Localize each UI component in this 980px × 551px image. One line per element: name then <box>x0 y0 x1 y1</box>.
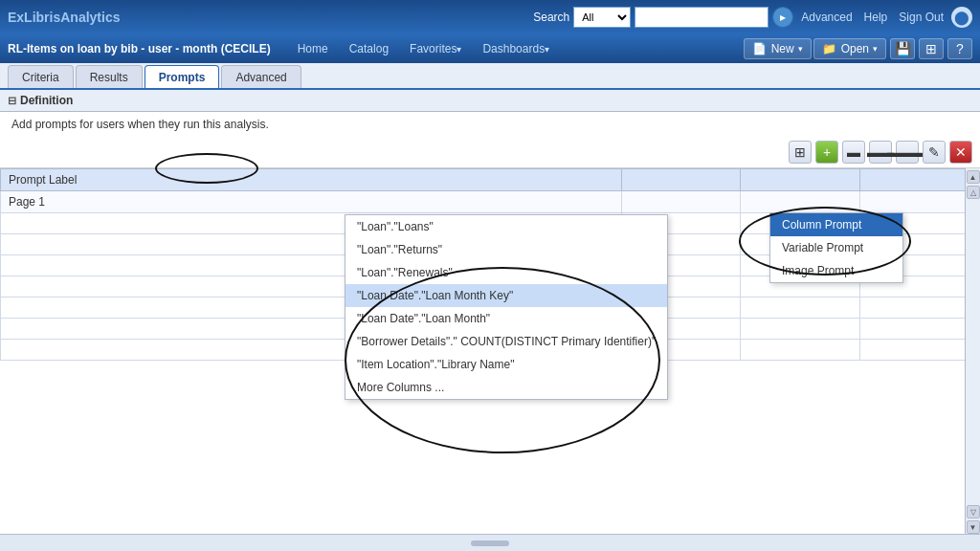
column-prompt-context-menu: Column PromptVariable PromptImage Prompt <box>769 212 903 283</box>
content-area: ⊟ Definition Add prompts for users when … <box>0 90 980 551</box>
search-go-button[interactable] <box>772 7 793 28</box>
scroll-up-small[interactable]: △ <box>967 186 980 199</box>
search-label: Search <box>533 11 569 24</box>
add-button[interactable]: + <box>815 141 838 164</box>
col-empty-header2 <box>741 169 860 191</box>
col-empty-header <box>621 169 741 191</box>
definition-toggle[interactable]: ⊟ <box>8 95 16 107</box>
secondary-nav-bar: RL-Items on loan by bib - user - month (… <box>0 34 980 63</box>
scroll-down-arrow[interactable]: ▼ <box>967 520 980 534</box>
tab-results[interactable]: Results <box>76 65 143 88</box>
help-link[interactable]: Help <box>860 11 892 24</box>
empty-cell2 <box>741 191 860 213</box>
definition-desc-text: Add prompts for users when they run this… <box>11 118 269 131</box>
dropdown-item[interactable]: "Item Location"."Library Name" <box>345 353 667 376</box>
new-arrow-icon: ▾ <box>798 44 803 54</box>
tab-criteria[interactable]: Criteria <box>8 65 74 88</box>
open-label: Open <box>841 42 869 55</box>
resize-handle[interactable] <box>471 540 509 546</box>
logo-exlibris: ExLibris <box>8 10 60 25</box>
top-nav-bar: ExLibrisAnalytics Search All Advanced He… <box>0 0 980 34</box>
scroll-up-arrow[interactable]: ▲ <box>967 170 980 184</box>
col-empty-header3 <box>860 169 980 191</box>
tab-advanced[interactable]: Advanced <box>221 65 301 88</box>
nav-dashboards[interactable]: Dashboards <box>473 35 559 62</box>
col-prompt-menu-item[interactable]: Column Prompt <box>770 213 902 236</box>
nav-home[interactable]: Home <box>288 35 338 62</box>
edit-button[interactable]: ✎ <box>923 141 946 164</box>
tabs-bar: Criteria Results Prompts Advanced <box>0 63 980 90</box>
dropdown-item[interactable]: More Columns ... <box>345 376 667 399</box>
nav-catalog[interactable]: Catalog <box>340 35 398 62</box>
empty-cell3 <box>860 191 980 213</box>
tab-advanced-label: Advanced <box>235 71 286 84</box>
tab-criteria-label: Criteria <box>22 71 59 84</box>
definition-title: Definition <box>20 94 73 107</box>
logo-analytics: Analytics <box>60 10 120 25</box>
dropdown-item[interactable]: "Loan"."Renewals" <box>345 261 667 284</box>
tab-prompts[interactable]: Prompts <box>145 65 220 88</box>
search-area: Search All Advanced Help Sign Out ⬤ <box>533 7 972 28</box>
tab-results-label: Results <box>90 71 128 84</box>
logo-text: ExLibrisAnalytics <box>8 10 121 25</box>
col-prompt-label-header: Prompt Label <box>1 169 622 191</box>
grid-icon-button[interactable]: ⊞ <box>919 38 944 59</box>
search-input[interactable] <box>635 7 768 28</box>
signout-link[interactable]: Sign Out <box>895 11 947 24</box>
dropdown-item[interactable]: "Loan Date"."Loan Month Key" <box>345 284 667 307</box>
search-scope-select[interactable]: All <box>573 7 631 28</box>
folder-icon: 📁 <box>822 41 837 56</box>
col-prompt-menu-item[interactable]: Variable Prompt <box>770 236 902 259</box>
open-arrow-icon: ▾ <box>873 44 878 54</box>
col-prompt-menu-item[interactable]: Image Prompt <box>770 259 902 282</box>
new-label: New <box>771 42 794 55</box>
vertical-scrollbar[interactable]: ▲ △ ▽ ▼ <box>965 168 980 534</box>
user-avatar: ⬤ <box>951 7 972 28</box>
open-button[interactable]: 📁 Open ▾ <box>813 38 886 59</box>
definition-header: ⊟ Definition <box>0 90 980 112</box>
scroll-down-small[interactable]: ▽ <box>967 505 980 518</box>
page-cell: Page 1 <box>1 191 622 213</box>
definition-description: Add prompts for users when they run this… <box>0 112 980 137</box>
new-button[interactable]: 📄 New ▾ <box>744 38 812 59</box>
dropdown-item[interactable]: "Borrower Details"." COUNT(DISTINCT Prim… <box>345 330 667 353</box>
table-row: Page 1 <box>1 191 980 213</box>
move-button[interactable]: ⊞ <box>789 141 812 164</box>
dropdown-item[interactable]: "Loan"."Returns" <box>345 238 667 261</box>
save-icon-button[interactable]: 💾 <box>890 38 915 59</box>
tab-prompts-label: Prompts <box>159 71 206 84</box>
nav-favorites[interactable]: Favorites <box>400 35 471 62</box>
bar1-button[interactable]: ▬ <box>842 141 865 164</box>
toolbar-row: ⊞ + ▬ ▬▬ ▬▬▬ ✎ ✕ <box>0 137 980 168</box>
empty-cell <box>621 191 741 213</box>
bar3-button[interactable]: ▬▬▬ <box>896 141 919 164</box>
delete-button[interactable]: ✕ <box>949 141 972 164</box>
dropdown-item[interactable]: "Loan"."Loans" <box>345 215 667 238</box>
dropdown-item[interactable]: "Loan Date"."Loan Month" <box>345 307 667 330</box>
help-icon-button[interactable]: ? <box>947 38 972 59</box>
advanced-link[interactable]: Advanced <box>797 11 856 24</box>
logo-area: ExLibrisAnalytics <box>8 10 121 25</box>
status-bar <box>0 534 980 551</box>
column-dropdown-menu: "Loan"."Loans""Loan"."Returns""Loan"."Re… <box>345 214 668 400</box>
new-icon: 📄 <box>752 41 768 56</box>
page-title: RL-Items on loan by bib - user - month (… <box>8 42 271 55</box>
